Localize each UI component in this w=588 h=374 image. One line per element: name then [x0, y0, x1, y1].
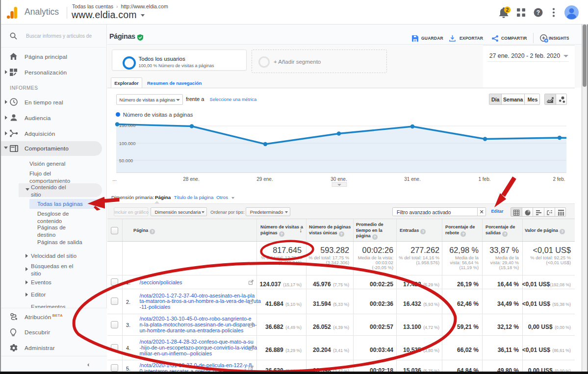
svg-text:31 ene.: 31 ene.: [404, 176, 420, 182]
svg-text:29 ene.: 29 ene.: [256, 176, 273, 182]
svg-text:2: 2: [506, 7, 509, 13]
svg-text:28 ene.: 28 ene.: [183, 176, 199, 182]
svg-text:150.000: 150.000: [119, 123, 136, 128]
svg-text:50.000: 50.000: [119, 158, 133, 163]
svg-text:?: ?: [537, 9, 540, 16]
svg-text:2 feb.: 2 feb.: [553, 176, 565, 182]
svg-text:1 feb.: 1 feb.: [478, 176, 490, 182]
svg-text:30 ene.: 30 ene.: [331, 176, 347, 182]
svg-text:100.000: 100.000: [119, 141, 136, 146]
svg-text:...: ...: [112, 176, 116, 182]
